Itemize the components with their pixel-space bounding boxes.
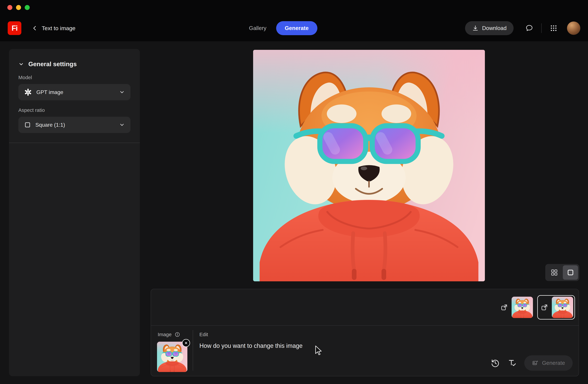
compose-divider	[193, 330, 193, 371]
open-in-new-icon	[541, 304, 548, 311]
image-sparkle-icon	[532, 360, 539, 366]
gallery-tab[interactable]: Gallery	[249, 25, 267, 31]
app-header: Fi Text to image Gallery Generate Downlo…	[0, 15, 588, 41]
chevron-down-icon	[18, 61, 24, 67]
page-title: Text to image	[42, 25, 75, 32]
grid-view-icon	[550, 269, 558, 276]
download-icon	[472, 25, 479, 32]
history-thumbnail[interactable]	[512, 297, 533, 318]
text-check-icon	[507, 359, 517, 367]
view-toggle	[545, 264, 579, 281]
model-value: GPT image	[36, 89, 115, 95]
info-button[interactable]	[174, 332, 180, 337]
prompt-panel: Image Edit How do you want to change thi…	[151, 289, 579, 376]
openai-logo-icon	[24, 88, 32, 96]
window-titlebar	[0, 0, 588, 15]
single-view-icon	[567, 269, 574, 276]
back-button[interactable]	[30, 23, 39, 33]
close-icon	[184, 341, 188, 345]
generate-button[interactable]: Generate	[524, 355, 573, 371]
model-label: Model	[18, 75, 130, 80]
history-item	[499, 297, 533, 318]
model-dropdown[interactable]: GPT image	[18, 84, 130, 100]
history-icon	[491, 358, 500, 368]
remove-reference-button[interactable]	[182, 339, 190, 347]
single-view-button[interactable]	[563, 265, 578, 280]
aspect-ratio-value: Square (1:1)	[35, 122, 115, 128]
generated-image	[253, 50, 485, 281]
chevron-down-icon	[119, 89, 125, 95]
apps-button[interactable]	[548, 22, 560, 34]
zoom-window-button[interactable]	[25, 5, 30, 10]
square-aspect-icon	[24, 121, 31, 128]
grid-view-button[interactable]	[547, 265, 562, 280]
prompt-input[interactable]: How do you want to change this image	[199, 342, 500, 349]
header-divider	[541, 23, 542, 33]
download-button[interactable]: Download	[465, 21, 514, 35]
general-settings-toggle[interactable]: General settings	[18, 61, 77, 68]
generate-button-label: Generate	[542, 360, 565, 366]
general-settings-label: General settings	[28, 61, 77, 68]
user-avatar[interactable]	[567, 21, 580, 35]
open-in-new-icon	[501, 304, 508, 311]
sidebar-divider	[9, 143, 140, 143]
image-label-row: Image	[158, 332, 180, 337]
edit-label: Edit	[199, 332, 208, 337]
use-as-reference-button[interactable]	[499, 302, 510, 313]
feedback-button[interactable]	[523, 22, 535, 34]
settings-sidebar: General settings Model GPT image	[9, 49, 140, 376]
firefly-app: Fi Text to image Gallery Generate Downlo…	[0, 0, 588, 384]
mode-switcher: Gallery Generate	[249, 21, 317, 35]
aspect-ratio-dropdown[interactable]: Square (1:1)	[18, 117, 130, 133]
feedback-icon	[525, 24, 533, 32]
history-thumbnail[interactable]	[552, 297, 573, 318]
chevron-down-icon	[119, 122, 125, 128]
aspect-ratio-label: Aspect ratio	[18, 107, 130, 113]
minimize-window-button[interactable]	[16, 5, 21, 10]
reference-image-thumbnail[interactable]	[157, 342, 187, 372]
image-label: Image	[158, 332, 171, 337]
header-actions: Download	[465, 21, 580, 35]
use-as-reference-button[interactable]	[539, 302, 550, 313]
generation-history-row	[151, 289, 579, 326]
history-button[interactable]	[491, 358, 500, 368]
apps-grid-icon	[550, 24, 557, 32]
download-label: Download	[482, 25, 506, 31]
generate-tab[interactable]: Generate	[276, 21, 317, 35]
text-presets-button[interactable]	[507, 359, 517, 367]
chevron-left-icon	[32, 25, 38, 31]
history-item-selected	[537, 295, 575, 320]
reference-image-wrap	[157, 342, 187, 372]
compose-area: Image Edit How do you want to change thi…	[151, 326, 579, 376]
close-window-button[interactable]	[7, 5, 12, 10]
compose-controls: Generate	[491, 355, 573, 371]
info-icon	[174, 332, 180, 337]
firefly-logo[interactable]: Fi	[8, 21, 21, 35]
